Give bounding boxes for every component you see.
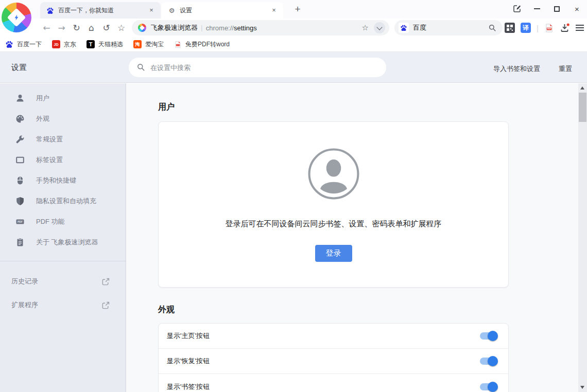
sidebar-links: 历史记录 扩展程序 bbox=[0, 261, 126, 317]
site-icon bbox=[138, 24, 146, 32]
sidebar-item-appearance[interactable]: 外观 bbox=[0, 109, 126, 129]
sidebar-item-general[interactable]: 常规设置 bbox=[0, 129, 126, 150]
pdf-tool-icon[interactable]: PDF bbox=[544, 23, 554, 33]
settings-header: 设置 导入书签和设置 重置 bbox=[0, 52, 587, 83]
maximize-button[interactable] bbox=[547, 1, 567, 16]
toolbar-separator: | bbox=[537, 24, 539, 32]
reload-icon[interactable]: ↻ bbox=[69, 23, 84, 33]
address-bar[interactable]: 飞象极速浏览器 ｜ chrome:// settings ☆ bbox=[132, 20, 389, 35]
bookmark-label: 百度一下 bbox=[17, 40, 42, 49]
search-icon bbox=[136, 63, 145, 72]
settings-content: 用户 登录后可在不同设备间云同步书签、设置、密码表单和扩展程序 登录 外观 显示… bbox=[127, 83, 578, 392]
chevron-down-icon[interactable] bbox=[374, 22, 385, 33]
window-controls: × bbox=[507, 0, 587, 17]
scrollbar[interactable] bbox=[578, 83, 587, 392]
star-icon[interactable]: ☆ bbox=[114, 23, 129, 33]
import-bookmarks-button[interactable]: 导入书签和设置 bbox=[493, 64, 540, 74]
toggle-thumb bbox=[488, 356, 498, 366]
sidebar-item-label: 隐私设置和自动填充 bbox=[36, 197, 96, 206]
bookmark-pdf2word[interactable]: 免费PDF转word bbox=[174, 40, 230, 49]
feedback-icon[interactable] bbox=[507, 1, 527, 16]
sidebar-link-history[interactable]: 历史记录 bbox=[0, 270, 126, 293]
scrollbar-thumb[interactable] bbox=[579, 93, 586, 122]
toggle-switch-restore[interactable] bbox=[480, 358, 497, 365]
site-name: 飞象极速浏览器 bbox=[151, 23, 198, 32]
browser-window: 百度一下，你就知道 × ⚙ 设置 × + × ← → ↻ ⌂ ↺ bbox=[0, 0, 587, 392]
clipboard-icon bbox=[15, 238, 25, 247]
appearance-card: 显示'主页'按钮 显示'恢复'按钮 显示'书签'按钮 bbox=[158, 323, 509, 392]
scroll-down-arrow[interactable] bbox=[580, 386, 584, 389]
bookmark-star-icon[interactable]: ☆ bbox=[362, 23, 369, 32]
tab-settings[interactable]: ⚙ 设置 × bbox=[162, 2, 283, 19]
qr-apps-icon[interactable] bbox=[505, 23, 515, 33]
minimize-button[interactable] bbox=[527, 1, 547, 16]
pdf-badge-icon: PDF bbox=[15, 217, 25, 226]
section-heading-appearance: 外观 bbox=[158, 305, 509, 315]
bookmark-label: 京东 bbox=[64, 40, 76, 49]
tab-close-icon[interactable]: × bbox=[147, 6, 156, 14]
bookmark-tmall[interactable]: T 天猫精选 bbox=[87, 40, 123, 49]
scroll-up-arrow[interactable] bbox=[580, 86, 584, 90]
menu-hamburger-icon[interactable] bbox=[576, 25, 584, 31]
avatar bbox=[307, 148, 360, 200]
sidebar-items: 用户 外观 常规设置 标签设置 手势和快捷键 隐私设置和自动填充 bbox=[0, 83, 126, 253]
nav-buttons: ← → ↻ ⌂ ↺ ☆ bbox=[39, 19, 129, 37]
tab-title: 百度一下，你就知道 bbox=[58, 6, 143, 15]
toolbar-search-box[interactable]: 百度 bbox=[394, 20, 503, 35]
sidebar-item-tabs[interactable]: 标签设置 bbox=[0, 150, 126, 170]
toggle-label: 显示'书签'按钮 bbox=[167, 382, 210, 391]
settings-search-input[interactable] bbox=[129, 58, 386, 77]
toggle-switch-home[interactable] bbox=[480, 332, 497, 340]
tab-title: 设置 bbox=[180, 6, 266, 15]
pdf-page-icon bbox=[174, 41, 182, 48]
back-icon[interactable]: ← bbox=[39, 23, 54, 33]
bookmark-baidu[interactable]: 百度一下 bbox=[5, 40, 42, 49]
external-link-icon bbox=[101, 301, 110, 310]
toggle-row-home-button: 显示'主页'按钮 bbox=[159, 324, 508, 349]
tab-baidu[interactable]: 百度一下，你就知道 × bbox=[40, 2, 161, 19]
sidebar-item-label: 标签设置 bbox=[36, 155, 63, 165]
undo-icon[interactable]: ↺ bbox=[99, 23, 114, 33]
bookmark-jd[interactable]: JD 京东 bbox=[52, 40, 76, 49]
settings-sidebar: 用户 外观 常规设置 标签设置 手势和快捷键 隐私设置和自动填充 bbox=[0, 83, 126, 392]
toggle-switch-bookmark[interactable] bbox=[480, 383, 497, 390]
tab-close-icon[interactable]: × bbox=[270, 6, 278, 14]
browser-logo bbox=[2, 3, 31, 32]
sidebar-item-about[interactable]: 关于 飞象极速浏览器 bbox=[0, 232, 126, 253]
home-icon[interactable]: ⌂ bbox=[84, 23, 99, 33]
sidebar-item-pdf[interactable]: PDF PDF 功能 bbox=[0, 211, 126, 232]
download-icon[interactable] bbox=[560, 23, 570, 33]
sidebar-link-label: 扩展程序 bbox=[11, 300, 38, 310]
new-tab-button[interactable]: + bbox=[291, 3, 304, 15]
login-button[interactable]: 登录 bbox=[315, 245, 352, 262]
shield-icon bbox=[15, 197, 25, 206]
mouse-icon bbox=[15, 176, 25, 185]
sidebar-link-extensions[interactable]: 扩展程序 bbox=[0, 293, 126, 317]
translate-icon[interactable]: 译 bbox=[521, 23, 531, 33]
reset-button[interactable]: 重置 bbox=[559, 64, 572, 74]
user-icon bbox=[15, 94, 25, 103]
tab-strip: 百度一下，你就知道 × ⚙ 设置 × + × bbox=[0, 0, 587, 19]
bookmark-taobao[interactable]: 淘 爱淘宝 bbox=[133, 40, 164, 49]
url-scheme: chrome:// bbox=[206, 24, 234, 32]
sidebar-item-gestures[interactable]: 手势和快捷键 bbox=[0, 170, 126, 191]
sidebar-item-label: 外观 bbox=[36, 114, 49, 123]
sidebar-item-user[interactable]: 用户 bbox=[0, 88, 126, 109]
navigation-toolbar: ← → ↻ ⌂ ↺ ☆ 飞象极速浏览器 ｜ chrome:// settings… bbox=[0, 19, 587, 37]
url-path: settings bbox=[234, 24, 257, 32]
bookmarks-bar: 百度一下 JD 京东 T 天猫精选 淘 爱淘宝 免费PDF转word bbox=[0, 37, 587, 52]
sidebar-item-label: PDF 功能 bbox=[36, 217, 65, 226]
forward-icon[interactable]: → bbox=[54, 23, 69, 33]
sidebar-item-privacy[interactable]: 隐私设置和自动填充 bbox=[0, 191, 126, 211]
toolbar-right-icons: 译 | PDF bbox=[505, 19, 584, 37]
sidebar-link-label: 历史记录 bbox=[11, 277, 38, 286]
bookmark-label: 爱淘宝 bbox=[145, 40, 164, 49]
toggle-label: 显示'主页'按钮 bbox=[167, 331, 210, 341]
search-icon[interactable] bbox=[488, 24, 496, 32]
toggle-thumb bbox=[488, 382, 498, 392]
tab-square-icon bbox=[15, 155, 25, 165]
bookmark-label: 天猫精选 bbox=[98, 40, 123, 49]
close-window-button[interactable]: × bbox=[567, 1, 587, 16]
toggle-row-restore-button: 显示'恢复'按钮 bbox=[159, 349, 508, 374]
sidebar-item-label: 关于 飞象极速浏览器 bbox=[36, 238, 98, 247]
